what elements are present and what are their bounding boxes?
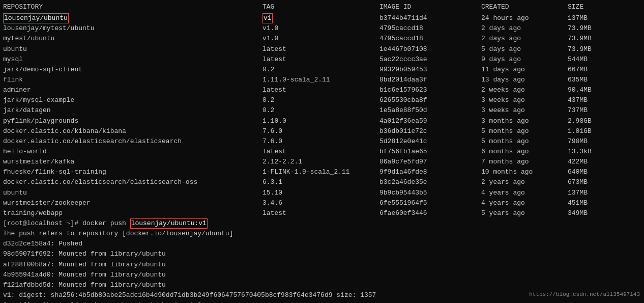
table-row: wurstmeister/kafka2.12-2.2.186a9c7e5fd97…: [3, 157, 641, 167]
cell-size: 1.01GB: [568, 126, 629, 136]
cell-tag: v1.0: [262, 23, 379, 34]
cell-tag: latest: [262, 54, 379, 65]
cell-id: b36db011e72c: [379, 126, 481, 136]
output-text: af288f00b8a7: Mounted from library/ubunt…: [3, 261, 166, 268]
cell-repo: lousenjay/ubuntu: [3, 13, 262, 23]
cell-created: 6 months ago: [481, 147, 568, 157]
cell-id: 6fae60ef3446: [379, 208, 481, 218]
output-text: v1: digest: sha256:4b5db80abe25adc16b4d9…: [3, 291, 376, 299]
cell-tag: 15.10: [262, 188, 379, 198]
cell-id: b1c6e1579623: [379, 85, 481, 95]
cell-repo: docker.elastic.co/elasticsearch/elastics…: [3, 177, 262, 187]
cell-repo: jark/demo-sql-client: [3, 65, 262, 75]
cell-size: 673MB: [568, 177, 629, 187]
cell-tag: 1.11.0-scala_2.11: [262, 75, 379, 85]
watermark: https://blog.csdn.net/a1135497143: [529, 290, 640, 299]
cell-repo: fhueske/flink-sql-training: [3, 167, 262, 177]
cell-size: 635MB: [568, 75, 629, 85]
command-line: d32d2ce158a4: Pushed: [3, 239, 641, 249]
cell-repo: ubuntu: [3, 44, 262, 54]
table-row: fhueske/flink-sql-training1-FLINK-1.9-sc…: [3, 167, 641, 177]
command-line: 98d59071f692: Mounted from library/ubunt…: [3, 249, 641, 259]
table-row: lousenjay/mytest/ubuntuv1.04795caccd182 …: [3, 23, 641, 34]
header-repo: REPOSITORY: [3, 2, 262, 12]
table-row: pyflink/playgrounds1.10.04a012f36ea593 m…: [3, 116, 641, 126]
cell-id: b3744b4711d4: [379, 13, 481, 23]
cell-repo: docker.elastic.co/elasticsearch/elastics…: [3, 136, 262, 147]
cell-id: 9b9cb95443b5: [379, 188, 481, 198]
cell-size: 90.4MB: [568, 85, 629, 95]
cell-created: 5 months ago: [481, 136, 568, 147]
cell-size: 790MB: [568, 136, 629, 147]
command-line: The push refers to repository [docker.io…: [3, 229, 641, 239]
cell-tag: 7.6.0: [262, 126, 379, 136]
cell-created: 2 days ago: [481, 23, 568, 34]
table-row: jark/demo-sql-client0.299329b05945311 da…: [3, 65, 641, 75]
cell-repo: jark/mysql-example: [3, 95, 262, 105]
cell-created: 3 months ago: [481, 116, 568, 126]
cell-created: 2 days ago: [481, 34, 568, 44]
cell-repo: lousenjay/mytest/ubuntu: [3, 23, 262, 34]
cell-size: 73.9MB: [568, 34, 629, 44]
cell-repo: adminer: [3, 85, 262, 95]
table-row: training/webapplatest6fae60ef34465 years…: [3, 208, 641, 218]
cell-size: 422MB: [568, 157, 629, 167]
cell-created: 11 days ago: [481, 65, 568, 75]
cell-tag: v1: [262, 13, 379, 23]
output-text: 98d59071f692: Mounted from library/ubunt…: [3, 250, 166, 258]
cell-tag: 7.6.0: [262, 136, 379, 147]
table-header: REPOSITORY TAG IMAGE ID CREATED SIZE: [3, 2, 641, 12]
cell-id: 6265530cba8f: [379, 95, 481, 105]
table-row: docker.elastic.co/elasticsearch/elastics…: [3, 136, 641, 147]
cell-repo: wurstmeister/zookeeper: [3, 198, 262, 208]
cell-id: 8bd2014daa3f: [379, 75, 481, 85]
cell-size: 137MB: [568, 188, 629, 198]
cell-tag: 0.2: [262, 65, 379, 75]
cell-size: 13.3kB: [568, 147, 629, 157]
cell-tag: 1-FLINK-1.9-scala_2.11: [262, 167, 379, 177]
cell-id: 1e5a8e88f50d: [379, 105, 481, 116]
cell-created: 5 months ago: [481, 126, 568, 136]
cell-created: 7 months ago: [481, 157, 568, 167]
cell-id: b3c2a46de35e: [379, 177, 481, 187]
table-row: flink1.11.0-scala_2.118bd2014daa3f13 day…: [3, 75, 641, 85]
cell-tag: latest: [262, 147, 379, 157]
cell-tag: 0.2: [262, 95, 379, 105]
cell-created: 2 years ago: [481, 177, 568, 187]
table-row: jark/mysql-example0.26265530cba8f3 weeks…: [3, 95, 641, 105]
cell-id: 86a9c7e5fd97: [379, 157, 481, 167]
cell-created: 2 weeks ago: [481, 85, 568, 95]
cell-tag: 1.10.0: [262, 116, 379, 126]
cell-created: 4 years ago: [481, 188, 568, 198]
cell-repo: wurstmeister/kafka: [3, 157, 262, 167]
cell-size: 73.9MB: [568, 44, 629, 54]
command-line: 4b955941a4d0: Mounted from library/ubunt…: [3, 270, 641, 280]
cell-size: 73.9MB: [568, 23, 629, 34]
cell-id: 6fe5551964f5: [379, 198, 481, 208]
table-row: wurstmeister/zookeeper3.4.66fe5551964f54…: [3, 198, 641, 208]
cell-id: 99329b059453: [379, 65, 481, 75]
command-line: f121afdbbd5d: Mounted from library/ubunt…: [3, 280, 641, 290]
cell-size: 2.98GB: [568, 116, 629, 126]
cell-id: 5ac22cccc3ae: [379, 54, 481, 65]
cell-repo: flink: [3, 75, 262, 85]
cell-repo: mysql: [3, 54, 262, 65]
cell-repo: jark/datagen: [3, 105, 262, 116]
cell-id: bf756fb1ae65: [379, 147, 481, 157]
cell-size: 737MB: [568, 105, 629, 116]
output-text: f121afdbbd5d: Mounted from library/ubunt…: [3, 281, 166, 289]
table-row: mytest/ubuntuv1.04795caccd182 days ago73…: [3, 34, 641, 44]
cell-repo: pyflink/playgrounds: [3, 116, 262, 126]
cell-id: 5d2812e0e41c: [379, 136, 481, 147]
output-text: 4b955941a4d0: Mounted from library/ubunt…: [3, 271, 166, 279]
highlight-tag: v1: [262, 13, 273, 23]
cell-repo: training/webapp: [3, 208, 262, 218]
command-line: [root@localhost ~]# docker push lousenja…: [3, 218, 641, 229]
table-row: adminerlatestb1c6e15796232 weeks ago90.4…: [3, 85, 641, 95]
table-row: docker.elastic.co/elasticsearch/elastics…: [3, 177, 641, 187]
cell-id: 4795caccd18: [379, 23, 481, 34]
command-line: [root@localhost ~]# docker push mytest/u…: [3, 300, 641, 303]
cell-tag: v1.0: [262, 34, 379, 44]
terminal: REPOSITORY TAG IMAGE ID CREATED SIZE lou…: [3, 2, 641, 303]
cell-created: 4 years ago: [481, 198, 568, 208]
